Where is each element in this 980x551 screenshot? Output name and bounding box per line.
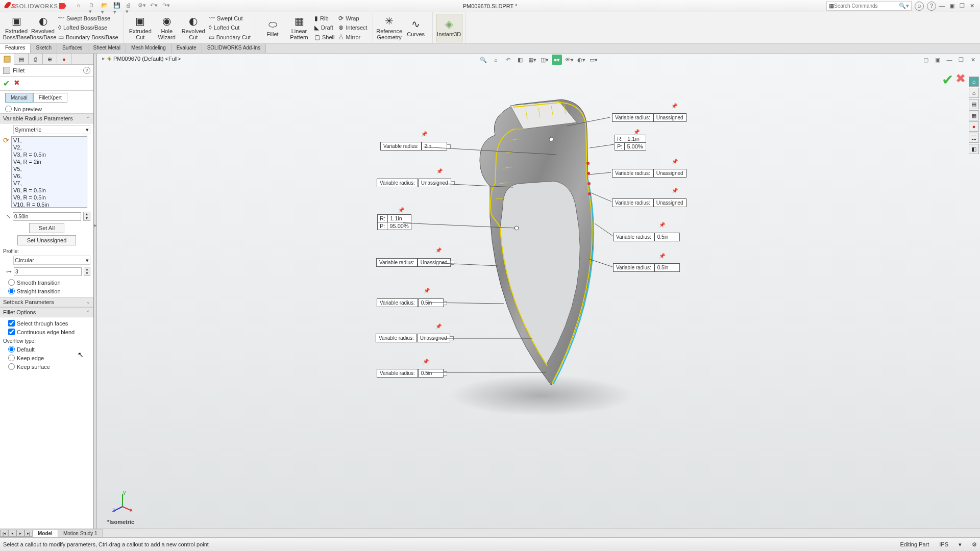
- tab-features[interactable]: Features: [0, 44, 31, 53]
- extruded-cut-button[interactable]: ▣Extruded Cut: [127, 14, 154, 42]
- vertex-list-item[interactable]: V4, R = 2in: [12, 158, 87, 165]
- view-orient-icon[interactable]: ▦▾: [527, 55, 537, 65]
- section-view-icon[interactable]: ◧: [515, 55, 525, 65]
- callout-rp-2[interactable]: R:1.1in P:5.00%: [615, 135, 646, 151]
- arrange-icon[interactable]: ▣: [949, 3, 957, 10]
- tab-sketch[interactable]: Sketch: [31, 44, 57, 53]
- pin-icon[interactable]: 📌: [424, 288, 430, 293]
- user-icon[interactable]: ☺: [915, 2, 924, 11]
- overflow-keep-surface-radio[interactable]: [8, 363, 15, 370]
- breadcrumb[interactable]: ▸ ◈ PM009670 (Default) <Full>: [102, 55, 181, 62]
- view-triad[interactable]: y x z: [112, 491, 133, 512]
- pin-icon[interactable]: 📌: [435, 247, 442, 253]
- callout-vr-r2[interactable]: Variable radius: Unassigned: [612, 169, 687, 178]
- appearance-icon[interactable]: ◐▾: [576, 55, 586, 65]
- smooth-transition-radio[interactable]: [8, 279, 15, 286]
- instances-input[interactable]: [14, 267, 82, 276]
- pm-help-icon[interactable]: ?: [83, 67, 90, 74]
- callout-vr-r3[interactable]: Variable radius: Unassigned: [612, 198, 687, 207]
- search-commands-input[interactable]: [834, 3, 899, 9]
- close-icon[interactable]: ✕: [970, 3, 977, 10]
- vertex-list-item[interactable]: V5,: [12, 165, 87, 172]
- vertex-picker-icon[interactable]: ⟳: [3, 136, 9, 144]
- intersect-button[interactable]: ⊗Intersect: [336, 23, 369, 32]
- vertex-list-item[interactable]: V7,: [12, 180, 87, 187]
- vertex-list-item[interactable]: V6,: [12, 172, 87, 180]
- mode-tab-manual[interactable]: Manual: [5, 93, 33, 103]
- undo-icon[interactable]: ↶▾: [150, 2, 158, 10]
- home-icon[interactable]: ⌂: [77, 2, 85, 10]
- revolved-cut-button[interactable]: ◐Revolved Cut: [180, 14, 207, 42]
- lofted-cut-button[interactable]: ◊Lofted Cut: [207, 23, 253, 32]
- status-extra-icon[interactable]: ▾: [959, 541, 962, 548]
- bottom-tab-motion-study[interactable]: Motion Study 1: [58, 530, 103, 537]
- ok-button[interactable]: ✔: [3, 79, 10, 88]
- gear-icon[interactable]: ⚙▾: [138, 2, 146, 10]
- tab-sheet-metal[interactable]: Sheet Metal: [88, 44, 126, 53]
- side-design-lib-icon[interactable]: ⌂: [969, 88, 979, 98]
- confirm-ok-icon[interactable]: ✔: [942, 71, 953, 88]
- pm-tab-feature-tree[interactable]: [0, 54, 14, 65]
- callout-vr-r4[interactable]: Variable radius: 0.5in: [613, 233, 680, 241]
- pm-tab-config[interactable]: ⎙: [29, 54, 43, 65]
- tab-nav-last[interactable]: ▸|: [24, 530, 33, 537]
- select-through-faces-checkbox[interactable]: [8, 320, 15, 327]
- radius-spinner[interactable]: ▲▼: [83, 212, 90, 221]
- callout-vr-r5[interactable]: Variable radius: 0.5in: [613, 263, 680, 272]
- vp-rest-icon[interactable]: ❐: [956, 55, 966, 65]
- tab-nav-first[interactable]: |◂: [0, 530, 8, 537]
- tab-surfaces[interactable]: Surfaces: [57, 44, 88, 53]
- wrap-button[interactable]: ⟳Wrap: [336, 14, 369, 23]
- section-variable-radius[interactable]: Variable Radius Parameters⌃: [0, 113, 93, 123]
- pin-icon[interactable]: 📌: [671, 103, 677, 109]
- pm-tab-dim[interactable]: ⊕: [43, 54, 57, 65]
- vp-min-icon[interactable]: ▢: [921, 55, 931, 65]
- tab-evaluate[interactable]: Evaluate: [172, 44, 202, 53]
- prev-view-icon[interactable]: ↶: [503, 55, 513, 65]
- draft-button[interactable]: ◣Draft: [312, 23, 336, 32]
- vertex-list-item[interactable]: V10, R = 0.5in: [12, 201, 87, 208]
- pin-icon[interactable]: 📌: [398, 207, 404, 213]
- tab-nav-prev[interactable]: ◂: [8, 530, 16, 537]
- save-icon[interactable]: 💾▾: [113, 2, 121, 10]
- vertex-list-item[interactable]: V3, R = 0.5in: [12, 151, 87, 158]
- ref-geometry-button[interactable]: ✳Reference Geometry: [376, 14, 403, 42]
- cancel-button[interactable]: ✖: [14, 79, 20, 88]
- overflow-keep-edge-radio[interactable]: [8, 355, 15, 361]
- redo-icon[interactable]: ↷▾: [162, 2, 170, 10]
- viewport[interactable]: ▸ ◈ PM009670 (Default) <Full> 🔍 ⌕ ↶ ◧ ▦▾…: [97, 54, 980, 537]
- status-units[interactable]: IPS: [939, 541, 948, 547]
- linear-pattern-button[interactable]: ▦Linear Pattern: [286, 14, 312, 42]
- tab-mesh-modeling[interactable]: Mesh Modeling: [126, 44, 172, 53]
- no-preview-radio[interactable]: [5, 106, 12, 112]
- hole-wizard-button[interactable]: ◉Hole Wizard: [154, 14, 180, 42]
- section-setback[interactable]: Setback Parameters⌄: [0, 297, 93, 307]
- help-icon[interactable]: ?: [927, 2, 936, 11]
- pin-icon[interactable]: 📌: [672, 159, 678, 164]
- vertex-list-item[interactable]: V1,: [12, 137, 87, 144]
- search-commands-box[interactable]: ▦ 🔍▾: [826, 1, 912, 11]
- scene-icon[interactable]: ●▾: [552, 55, 562, 65]
- tab-nav-next[interactable]: ▸: [16, 530, 24, 537]
- mode-tab-filletxpert[interactable]: FilletXpert: [33, 93, 67, 103]
- set-unassigned-button[interactable]: Set Unassigned: [17, 235, 77, 245]
- bottom-tab-model[interactable]: Model: [33, 530, 58, 537]
- lofted-boss-button[interactable]: ◊Lofted Boss/Base: [56, 23, 120, 32]
- vertex-list-item[interactable]: V9, R = 0.5in: [12, 194, 87, 201]
- vp-span-icon[interactable]: —: [944, 55, 954, 65]
- swept-boss-button[interactable]: 〰Swept Boss/Base: [56, 14, 120, 23]
- tab-addins[interactable]: SOLIDWORKS Add-Ins: [202, 44, 266, 53]
- hide-show-icon[interactable]: 👁▾: [564, 55, 574, 65]
- side-resources-icon[interactable]: ⌂: [969, 77, 979, 87]
- radius-input[interactable]: [13, 212, 81, 221]
- pin-icon[interactable]: 📌: [421, 131, 427, 137]
- pin-icon[interactable]: 📌: [633, 129, 640, 135]
- restore-icon[interactable]: ❐: [960, 3, 967, 10]
- search-icon[interactable]: 🔍▾: [899, 3, 909, 9]
- side-forum-icon[interactable]: ◧: [969, 144, 979, 154]
- brand-arrow-icon[interactable]: [59, 3, 66, 9]
- side-file-explorer-icon[interactable]: ▤: [969, 99, 979, 109]
- pin-icon[interactable]: 📌: [672, 188, 678, 193]
- vp-close-icon[interactable]: ✕: [968, 55, 978, 65]
- display-style-icon[interactable]: ◫▾: [540, 55, 550, 65]
